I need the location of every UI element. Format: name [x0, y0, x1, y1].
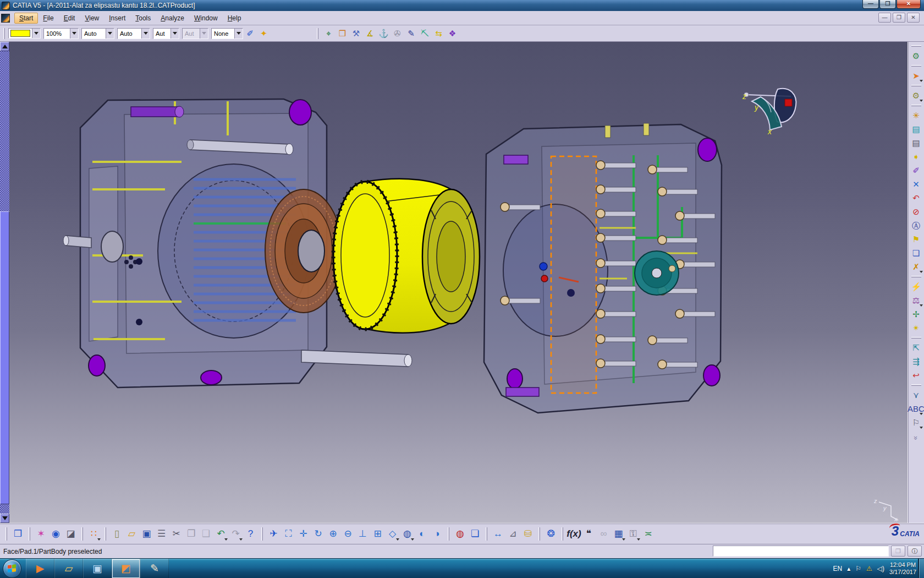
guide-pillar-bottom[interactable] [301, 350, 412, 367]
info-button[interactable]: ⓘ [908, 546, 922, 557]
formula-fx-icon[interactable]: f(x) [566, 526, 581, 541]
paste-icon[interactable]: ❑ [199, 526, 213, 541]
measure-mass-icon[interactable]: ⛁ [520, 526, 535, 541]
new-document-icon[interactable]: ▯ [109, 526, 124, 541]
toolbar-grip[interactable] [105, 527, 106, 541]
label-callout-icon[interactable]: ⚐ [909, 416, 923, 429]
toolbar-grip[interactable] [911, 384, 921, 386]
undo-icon[interactable]: ↶ [213, 526, 228, 541]
toolbar-grip[interactable] [486, 527, 487, 541]
toolbar-grip[interactable] [562, 527, 563, 541]
gear-select-icon[interactable]: ⚙ [909, 89, 923, 102]
mdi-restore-button[interactable]: ❐ [893, 13, 905, 23]
render-globe-icon[interactable]: ◉ [48, 526, 63, 541]
text-annotation-icon[interactable]: ABC [909, 402, 923, 416]
taskbar-catia[interactable]: ◩ [112, 559, 140, 578]
constraint-x-icon[interactable]: ✗ [909, 260, 923, 274]
toolbar-grip[interactable] [538, 527, 540, 541]
taskbar-clock[interactable]: 12:04 PM 3/17/2017 [889, 561, 916, 576]
section-arrows-icon[interactable]: ⋎ [909, 388, 923, 402]
sketch-frame-icon[interactable]: ✎ [404, 26, 418, 40]
3d-viewport[interactable]: z y x z y x [0, 42, 908, 523]
swap-update-icon[interactable]: ⇆ [432, 26, 446, 40]
chevron-down-icon[interactable] [32, 29, 40, 38]
catalog-frame-icon[interactable]: ❏ [909, 246, 923, 260]
redo-icon[interactable]: ↷ [228, 526, 243, 541]
measure-inertia-icon[interactable]: ⚖ [909, 293, 923, 307]
minimize-button[interactable]: — [862, 0, 879, 9]
menu-item-help[interactable]: Help [223, 13, 246, 24]
toolbar-grip[interactable] [3, 28, 5, 39]
doc-arrow-pen-icon[interactable]: ✐ [909, 163, 923, 177]
show-desktop-button[interactable] [918, 559, 924, 578]
help-pointer-icon[interactable]: ? [243, 526, 258, 541]
toolbar-grip[interactable] [448, 527, 449, 541]
broken-link-icon[interactable]: ✕ [909, 177, 923, 191]
mdi-minimize-button[interactable]: — [878, 13, 891, 23]
iso-view-icon[interactable]: ◇ [385, 526, 400, 541]
menu-item-insert[interactable]: Insert [104, 13, 130, 24]
tray-network-warning-icon[interactable]: ⚠ [866, 565, 872, 572]
menu-item-tools[interactable]: Tools [130, 13, 156, 24]
knowledge-grid-icon[interactable]: ∷ [86, 526, 101, 541]
constraint-graph-icon[interactable]: ❖ [446, 26, 459, 40]
menu-item-view[interactable]: View [80, 13, 104, 24]
measure-protractor-icon[interactable]: ∡ [363, 26, 377, 40]
catalog-transfer-icon[interactable]: ❏ [468, 526, 482, 541]
library-book-icon[interactable]: ❒ [10, 526, 25, 541]
restore-button[interactable]: ❐ [879, 0, 896, 9]
viewport-3d-scene[interactable]: z y x z y x [0, 42, 908, 523]
taskbar-remote-desktop[interactable]: ▣ [83, 559, 112, 578]
knowledge-inspector-icon[interactable]: ◍ [453, 526, 468, 541]
taskbar-media-player[interactable]: ▶ [26, 559, 54, 578]
toolbar-grip[interactable] [6, 527, 7, 541]
c-clip-icon[interactable]: ❂ [543, 526, 558, 541]
star-gears-icon[interactable]: ✳ [909, 108, 923, 122]
mechanical-links-icon[interactable]: ⛏ [418, 26, 432, 40]
paintbrush-icon[interactable]: ✐ [243, 26, 257, 40]
layer-select[interactable]: None [211, 28, 243, 39]
bucket-part[interactable] [333, 179, 480, 333]
paperclip-icon[interactable]: ✇ [391, 26, 404, 40]
scrollbar-thumb[interactable] [0, 211, 9, 504]
fit-all-icon[interactable]: ⛶ [281, 526, 296, 541]
mdi-close-button[interactable]: ✕ [907, 13, 920, 23]
sparkle-explode-icon[interactable]: ✴ [909, 321, 923, 335]
zoom-out-icon[interactable]: ⊖ [340, 526, 355, 541]
titlebar[interactable]: CATIA V5 - [A-2011-Alat za elipsastu kan… [0, 0, 924, 11]
design-table-icon[interactable]: ▦ [611, 526, 626, 541]
clash-analysis-icon[interactable]: ⚡ [909, 280, 923, 293]
hide-show-icon[interactable]: ◐ [415, 526, 430, 541]
doc-gear-dark-icon[interactable]: ▤ [909, 136, 923, 150]
more-tools-chevron[interactable]: » [912, 436, 920, 440]
render-star-icon[interactable]: ✶ [34, 526, 48, 541]
simulation-gears-icon[interactable]: ⚙ [909, 49, 923, 63]
expand-command-button[interactable]: ❐ [891, 546, 905, 557]
toolbar-grip[interactable] [911, 85, 921, 86]
zoom-level-select[interactable]: 100% [43, 28, 79, 39]
equivalent-dimensions-icon[interactable]: ≍ [641, 526, 656, 541]
comment-bubble-icon[interactable]: ❝ [581, 526, 596, 541]
toolbar-grip[interactable] [911, 105, 921, 106]
point-style-select[interactable]: Aut [153, 28, 179, 39]
list-undo-icon[interactable]: ↶ [909, 191, 923, 205]
explode-icon[interactable]: ✢ [909, 307, 923, 321]
measure-item-icon[interactable]: ⊿ [505, 526, 520, 541]
toolbar-grip[interactable] [911, 65, 921, 67]
mold-half-right[interactable] [484, 123, 722, 413]
copy-icon[interactable]: ❐ [184, 526, 199, 541]
save-icon[interactable]: ▣ [139, 526, 154, 541]
hide-bulb-icon[interactable]: ⊘ [909, 205, 923, 219]
taskbar-explorer[interactable]: ▱ [54, 559, 83, 578]
select-arrow-icon[interactable]: ➤ [909, 69, 923, 83]
menu-item-analyze[interactable]: Analyze [156, 13, 189, 24]
link-small-icon[interactable]: ∞ [596, 526, 611, 541]
toolbar-grip[interactable] [29, 527, 30, 541]
toolbar-grip[interactable] [261, 527, 263, 541]
cut-icon[interactable]: ✂ [169, 526, 184, 541]
frame-a5-icon[interactable]: Ⓐ [909, 219, 923, 232]
view-compass[interactable]: z y x [742, 89, 796, 136]
lock-icon[interactable]: ⚿ [626, 526, 641, 541]
view-cube-camera-icon[interactable]: ◪ [63, 526, 78, 541]
normal-view-icon[interactable]: ⊥ [355, 526, 370, 541]
